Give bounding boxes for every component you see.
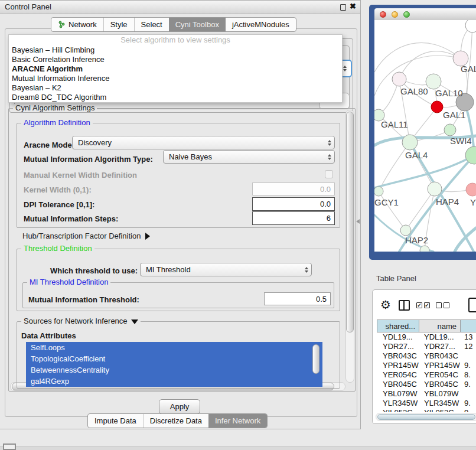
checked-checkbox-icon[interactable]: ✓ — [424, 302, 430, 308]
node-label: GCY1 — [374, 197, 399, 207]
tab-select[interactable]: Select — [134, 18, 169, 31]
table-panel: ⚙ ✓ ✓ shared... name YDL19...YDL19...13 … — [372, 289, 476, 424]
mi-type-label: Mutual Information Algorithm Type: — [24, 155, 153, 164]
node-label: Y — [470, 197, 476, 207]
table-panel-title: Table Panel — [376, 274, 416, 283]
settings-vertical-scrollbar[interactable] — [345, 110, 354, 383]
dropdown-item[interactable]: Bayesian – K2 — [9, 83, 342, 93]
settings-vscroll-thumb[interactable] — [346, 112, 354, 332]
list-item[interactable]: SelfLoops — [26, 342, 322, 353]
network-icon — [58, 21, 66, 28]
tab-jactivemnodules[interactable]: jActiveMNodules — [226, 18, 296, 31]
control-panel-window: Control Panel ✖ Network Style Select Cyn… — [0, 0, 361, 429]
splitpane-collapse-icon[interactable] — [356, 219, 360, 224]
algorithm-dropdown-popup: Select algorithm to view settings Bayesi… — [8, 34, 343, 103]
network-graph: GAL7 GAL80 GAL10 GAL1 SWI4 GAL11 GAL4 GC… — [374, 20, 476, 252]
sources-group-title[interactable]: Sources for Network Inference — [21, 317, 141, 325]
table-horizontal-scrollbar[interactable] — [376, 413, 476, 421]
node-label: GAL11 — [381, 119, 408, 129]
combo-spinner-icon — [325, 154, 334, 160]
document-icon[interactable] — [468, 298, 476, 312]
column-header-name[interactable]: name — [419, 319, 461, 332]
tab-network[interactable]: Network — [51, 18, 103, 31]
network-window-titlebar[interactable] — [374, 8, 476, 20]
kernel-width-field[interactable]: 0.0 — [252, 182, 335, 195]
corner-widget[interactable] — [3, 444, 16, 450]
table-hscroll-thumb[interactable] — [377, 414, 475, 420]
list-item[interactable]: gal4RGexp — [26, 376, 322, 387]
zoom-traffic-icon[interactable] — [403, 11, 410, 18]
combo-spinner-icon — [302, 267, 311, 273]
node-label: HAP4 — [436, 197, 459, 207]
column-header-shared[interactable]: shared... — [377, 319, 419, 332]
data-attributes-list[interactable]: SelfLoops TopologicalCoefficient Between… — [26, 342, 322, 387]
control-panel-tabbar: Network Style Select Cyni Toolbox jActiv… — [51, 17, 296, 32]
list-scrollbar-thumb[interactable] — [312, 344, 319, 374]
tab-style[interactable]: Style — [103, 18, 134, 31]
unchecked-checkbox-icon[interactable] — [444, 302, 449, 308]
list-item[interactable]: TopologicalCoefficient — [26, 353, 322, 364]
network-node-gal1[interactable] — [444, 124, 456, 136]
node-label: GAL10 — [435, 88, 463, 98]
mi-steps-field[interactable]: 6 — [252, 211, 335, 225]
dropdown-item-selected[interactable]: ARACNE Algorithm — [9, 64, 342, 74]
expand-right-icon — [145, 233, 150, 240]
tab-discretize-data[interactable]: Discretize Data — [143, 414, 208, 428]
apply-button[interactable]: Apply — [159, 399, 200, 414]
aracne-mode-label: Aracne Mode: — [24, 141, 74, 149]
network-node-gcy1[interactable] — [374, 187, 383, 196]
close-icon[interactable]: ✖ — [350, 2, 356, 11]
data-attributes-label: Data Attributes — [21, 331, 76, 340]
dropdown-item[interactable]: Mutual Information Inference — [9, 74, 342, 83]
cyni-settings-group-title: Cyni Algorithm Settings — [13, 104, 97, 112]
network-view-window[interactable]: GAL7 GAL80 GAL10 GAL1 SWI4 GAL11 GAL4 GC… — [369, 5, 476, 260]
dpi-tolerance-label: DPI Tolerance [0,1]: — [24, 200, 94, 209]
aracne-mode-combobox[interactable]: Discovery — [72, 136, 335, 149]
network-node-hap2[interactable] — [400, 225, 411, 236]
network-node-gal80[interactable] — [392, 72, 406, 86]
node-label: GAL80 — [400, 86, 428, 96]
kernel-width-label: Kernel Width (0,1): — [24, 185, 92, 194]
column-header-partial[interactable] — [460, 319, 476, 332]
dropdown-placeholder: Select algorithm to view settings — [9, 35, 342, 45]
collapse-down-icon — [131, 319, 138, 324]
dpi-tolerance-field[interactable]: 0.0 — [252, 197, 335, 211]
dropdown-item[interactable]: Dream8 DC_TDC Algorithm — [9, 93, 342, 102]
gear-icon[interactable]: ⚙ — [380, 298, 391, 312]
control-panel-titlebar: Control Panel ✖ — [0, 1, 360, 14]
node-label: SWI4 — [450, 136, 472, 146]
mi-type-combobox[interactable]: Naive Bayes — [163, 150, 335, 164]
dropdown-item[interactable]: Basic Correlation Inference — [9, 55, 342, 64]
checked-checkbox-icon[interactable]: ✓ — [416, 302, 422, 308]
dropdown-item[interactable]: Bayesian – Hill Climbing — [9, 45, 342, 55]
manual-kernel-checkbox[interactable] — [325, 170, 333, 178]
float-window-icon[interactable] — [340, 4, 346, 11]
algorithm-definition-title: Algorithm Definition — [21, 119, 93, 127]
node-label: HAP2 — [405, 235, 428, 245]
split-columns-icon[interactable] — [399, 300, 410, 311]
network-node-gal4[interactable] — [402, 135, 418, 150]
which-threshold-combobox[interactable]: MI Threshold — [140, 263, 312, 276]
network-node-swi4[interactable] — [465, 146, 476, 164]
mi-threshold-field[interactable]: 0.5 — [264, 292, 331, 305]
close-traffic-icon[interactable] — [380, 11, 386, 18]
network-canvas[interactable]: GAL7 GAL80 GAL10 GAL1 SWI4 GAL11 GAL4 GC… — [374, 20, 476, 252]
network-node-red[interactable] — [431, 101, 443, 113]
tab-infer-network[interactable]: Infer Network — [208, 414, 267, 428]
minimize-traffic-icon[interactable] — [392, 11, 398, 18]
network-node-hap4[interactable] — [428, 182, 442, 196]
node-label: GAL4 — [405, 150, 428, 160]
tab-cyni-toolbox[interactable]: Cyni Toolbox — [169, 18, 226, 31]
table-body: YDL19...YDL19...13 YDR27...YDR27...12 YB… — [373, 332, 476, 412]
mi-threshold-label: Mutual Information Threshold: — [28, 295, 139, 304]
network-node-salmon[interactable] — [466, 183, 476, 196]
mi-threshold-group-title: MI Threshold Definition — [27, 278, 110, 286]
tab-impute-data[interactable]: Impute Data — [88, 414, 143, 428]
list-item[interactable]: BetweennessCentrality — [26, 364, 322, 376]
hub-definition-toggle[interactable]: Hub/Transcription Factor Definition — [22, 231, 150, 240]
unchecked-checkbox-icon[interactable] — [436, 302, 442, 308]
control-panel-title: Control Panel — [5, 2, 51, 11]
network-node-gal10[interactable] — [426, 74, 441, 89]
manual-kernel-label: Manual Kernel Width Definition — [24, 171, 137, 180]
threshold-definition-title: Threshold Definition — [21, 244, 94, 253]
